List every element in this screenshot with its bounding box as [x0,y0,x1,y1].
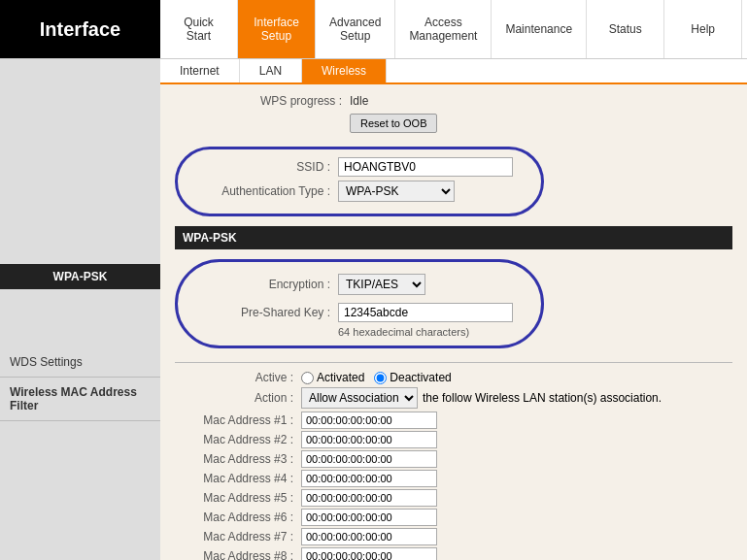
wpa-psk-bar: WPA-PSK [175,226,732,249]
nav-tab-interface-setup[interactable]: Interface Setup [238,0,316,58]
mac-input-4[interactable] [301,470,437,487]
mac-address-list: Mac Address #1 : Mac Address #2 : Mac Ad… [175,412,732,560]
nav-tab-help[interactable]: Help [664,0,742,58]
encryption-label: Encryption : [192,278,338,291]
sidebar: WPA-PSK WDS Settings Wireless MAC Addres… [0,84,160,560]
mac-row-3: Mac Address #3 : [175,450,732,468]
mac-input-5[interactable] [301,489,437,507]
mac-row-5: Mac Address #5 : [175,489,732,507]
psk-label: Pre-Shared Key : [192,306,338,319]
active-label: Active : [175,371,301,384]
mac-label-7: Mac Address #7 : [175,530,301,544]
main-content: WPS progress : Idle Reset to OOB SSID : … [160,84,747,560]
nav-tab-quick-start[interactable]: Quick Start [160,0,238,58]
nav-tab-advanced-setup[interactable]: Advanced Setup [316,0,395,58]
nav-tab-status[interactable]: Status [587,0,664,58]
mac-input-7[interactable] [301,528,437,545]
main-nav: Quick Start Interface Setup Advanced Set… [160,0,747,58]
wps-reset-row: Reset to OOB [175,114,732,133]
mac-input-6[interactable] [301,509,437,526]
ssid-label: SSID : [192,160,338,174]
mac-row-4: Mac Address #4 : [175,470,732,487]
mac-label-6: Mac Address #6 : [175,511,301,524]
mac-row-7: Mac Address #7 : [175,528,732,545]
ssid-auth-oval: SSID : Authentication Type : WPA-PSK Ope… [175,147,544,216]
encryption-row: Encryption : TKIP/AES TKIP AES [192,270,526,299]
encryption-select[interactable]: TKIP/AES TKIP AES [338,274,425,295]
action-label: Action : [175,391,301,405]
mac-label-5: Mac Address #5 : [175,491,301,505]
mac-input-2[interactable] [301,431,437,448]
wps-progress-row: WPS progress : Idle [175,94,732,108]
ssid-row: SSID : [192,157,526,177]
wps-progress-value: Idle [350,94,368,108]
enc-psk-section: Encryption : TKIP/AES TKIP AES Pre-Share… [175,253,732,354]
subtab-wireless[interactable]: Wireless [302,59,387,82]
activated-radio[interactable] [301,372,314,384]
ssid-input[interactable] [338,157,513,177]
brand-logo: Interface [0,0,160,58]
mac-input-1[interactable] [301,412,437,429]
sidebar-item-wpa-psk[interactable]: WPA-PSK [0,264,160,289]
mac-label-2: Mac Address #2 : [175,433,301,446]
activated-label: Activated [317,371,364,384]
mac-input-8[interactable] [301,547,437,560]
psk-input[interactable] [338,303,513,322]
psk-hint2: 64 hexadecimal characters) [338,326,469,338]
active-row: Active : Activated Deactivated [175,371,732,384]
sidebar-item-wds[interactable]: WDS Settings [0,347,160,378]
auth-label: Authentication Type : [192,184,338,198]
auth-row: Authentication Type : WPA-PSK Open Share… [192,181,526,202]
action-row: Action : Allow Association Deny Associat… [175,387,732,409]
subtab-internet[interactable]: Internet [160,59,240,82]
mac-row-1: Mac Address #1 : [175,412,732,429]
mac-label-4: Mac Address #4 : [175,472,301,485]
psk-row: Pre-Shared Key : [192,303,526,322]
deactivated-radio[interactable] [374,372,387,384]
reset-oob-button[interactable]: Reset to OOB [350,114,437,133]
sidebar-item-mac-filter[interactable]: Wireless MAC Address Filter [0,378,160,421]
action-select[interactable]: Allow Association Deny Association [301,387,418,409]
ssid-auth-section: SSID : Authentication Type : WPA-PSK Ope… [175,141,732,222]
mac-input-3[interactable] [301,450,437,468]
mac-row-6: Mac Address #6 : [175,509,732,526]
nav-tab-maintenance[interactable]: Maintenance [492,0,587,58]
mac-label-3: Mac Address #3 : [175,452,301,466]
active-radio-group: Activated Deactivated [301,371,452,384]
mac-label-1: Mac Address #1 : [175,413,301,427]
mac-row-2: Mac Address #2 : [175,431,732,448]
action-follow-text: the follow Wireless LAN station(s) assoc… [423,391,662,405]
arrow-right-2 [742,322,747,349]
enc-psk-oval: Encryption : TKIP/AES TKIP AES Pre-Share… [175,259,544,348]
mac-filter-section: Active : Activated Deactivated Action : [175,371,732,560]
deactivated-radio-item: Deactivated [374,371,451,384]
mac-label-8: Mac Address #8 : [175,549,301,560]
subtab-lan[interactable]: LAN [240,59,302,82]
auth-select[interactable]: WPA-PSK Open Shared WPA2-PSK [338,181,455,202]
activated-radio-item: Activated [301,371,364,384]
deactivated-label: Deactivated [390,371,451,384]
nav-tab-access-management[interactable]: Access Management [395,0,492,58]
mac-row-8: Mac Address #8 : [175,547,732,560]
wps-progress-label: WPS progress : [175,94,350,108]
